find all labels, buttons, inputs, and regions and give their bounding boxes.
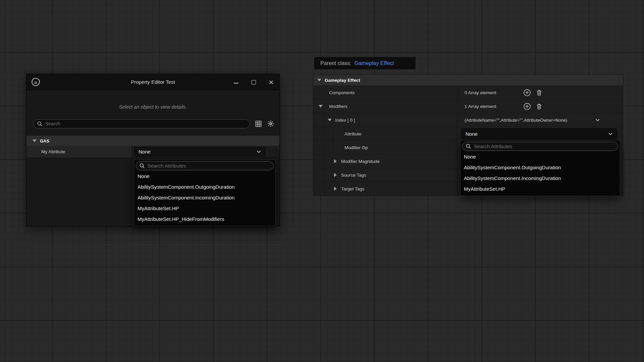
details-toolbar xyxy=(33,119,274,128)
row-label: Source Tags xyxy=(313,168,458,182)
row-label: Modifier Magnitude xyxy=(313,155,458,168)
indent-guide xyxy=(324,113,324,127)
category-header-gameplay-effect[interactable]: Gameplay Effect xyxy=(313,75,623,85)
chevron-down-icon xyxy=(608,132,613,135)
row-attribute[interactable]: Attribute None xyxy=(313,127,623,140)
my-attribute-combobox[interactable]: None xyxy=(134,147,265,157)
dropdown-item[interactable]: AbilitySystemComponent.OutgoingDuration xyxy=(134,182,275,192)
indent-guide xyxy=(324,168,324,182)
property-value-cell: None xyxy=(132,146,279,158)
row-label: Modifier Op xyxy=(313,141,458,154)
row-label: Modifiers xyxy=(313,100,458,113)
indent-guide xyxy=(324,182,324,195)
maximize-icon xyxy=(252,80,256,84)
row-value: 0 Array element xyxy=(458,86,623,99)
dropdown-item[interactable]: None xyxy=(134,171,275,182)
row-value: None xyxy=(458,127,623,140)
indent-guide xyxy=(333,155,333,168)
expander-down-icon[interactable] xyxy=(317,79,321,81)
expander-right-icon[interactable] xyxy=(334,173,337,177)
attribute-picker-dropdown: NoneAbilitySystemComponent.OutgoingDurat… xyxy=(460,140,620,196)
dropdown-item[interactable]: AbilitySystemComponent.IncomingDuration xyxy=(461,173,620,184)
clear-array-button[interactable] xyxy=(536,89,543,96)
search-icon xyxy=(37,121,43,127)
row-label: Index [ 0 ] xyxy=(313,113,458,127)
add-array-element-button[interactable] xyxy=(523,89,531,97)
attribute-picker-dropdown: NoneAbilitySystemComponent.OutgoingDurat… xyxy=(134,160,276,226)
array-count-text: 0 Array element xyxy=(458,90,523,95)
minimize-icon xyxy=(234,83,238,83)
row-value: 1 Array element xyxy=(458,100,623,113)
row-components[interactable]: Components 0 Array element xyxy=(313,85,623,99)
dropdown-item[interactable]: AbilitySystemComponent.IncomingDuration xyxy=(134,192,275,203)
minimize-button[interactable] xyxy=(233,79,239,85)
property-label: My Attribute xyxy=(26,146,132,158)
dropdown-item[interactable]: MyAttributeSet.HP xyxy=(461,184,620,194)
clear-array-button[interactable] xyxy=(536,103,543,110)
row-label: Attribute xyxy=(313,127,458,140)
dropdown-item[interactable]: AbilitySystemComponent.OutgoingDuration xyxy=(461,162,620,173)
dropdown-item[interactable]: MyAttributeSet.HP_HideFromModifiers xyxy=(134,214,275,225)
details-search-input[interactable] xyxy=(45,121,246,126)
details-search-box[interactable] xyxy=(33,119,250,128)
row-index-0[interactable]: Index [ 0 ] (AttributeName="",Attribute=… xyxy=(313,113,623,127)
add-array-element-button[interactable] xyxy=(523,103,531,110)
array-count-text: 1 Array element xyxy=(458,104,523,109)
search-icon xyxy=(466,143,471,149)
struct-preview-text: (AttributeName="",Attribute="",Attribute… xyxy=(458,118,567,123)
attribute-combobox[interactable]: None xyxy=(461,128,617,139)
attribute-options-list: NoneAbilitySystemComponent.OutgoingDurat… xyxy=(134,171,275,225)
window-controls xyxy=(233,74,274,90)
category-label: GAS xyxy=(40,138,49,143)
plus-circle-icon xyxy=(523,103,531,110)
row-label: Target Tags xyxy=(313,182,458,195)
blueprint-grid-background: u Property Editor Test Select an object … xyxy=(0,0,644,362)
indent-guide xyxy=(324,155,324,168)
gear-icon xyxy=(267,120,274,127)
indent-guide xyxy=(333,141,333,154)
attribute-search-input[interactable] xyxy=(148,163,270,169)
maximize-button[interactable] xyxy=(251,79,257,85)
expander-down-icon[interactable] xyxy=(319,105,323,108)
category-header-gas[interactable]: GAS xyxy=(26,136,279,146)
close-button[interactable] xyxy=(268,79,274,85)
close-icon xyxy=(269,80,274,85)
indent-guide xyxy=(333,127,333,140)
attribute-search-box[interactable] xyxy=(462,142,618,151)
indent-guide xyxy=(324,127,324,140)
dropdown-item[interactable]: MyAttributeSet.HP xyxy=(134,203,275,214)
search-icon xyxy=(139,163,145,169)
parent-class-label: Parent class: xyxy=(320,60,351,66)
display-filter-button[interactable] xyxy=(255,120,262,127)
property-editor-test-window: u Property Editor Test Select an object … xyxy=(26,74,280,226)
indent-guide xyxy=(324,141,324,154)
settings-button[interactable] xyxy=(267,120,274,127)
chevron-down-icon xyxy=(257,150,261,153)
indent-guide xyxy=(333,182,333,195)
dropdown-item[interactable]: None xyxy=(461,152,620,162)
trash-icon xyxy=(536,89,543,96)
struct-combo-button[interactable] xyxy=(595,118,600,123)
expander-down-icon[interactable] xyxy=(33,139,37,142)
combo-selected-value: None xyxy=(466,131,478,137)
combo-selected-value: None xyxy=(139,149,151,155)
parent-class-bar: Parent class: Gameplay Effect xyxy=(314,57,416,69)
attribute-options-list: NoneAbilitySystemComponent.OutgoingDurat… xyxy=(461,152,620,194)
row-value: (AttributeName="",Attribute="",Attribute… xyxy=(458,113,623,127)
expander-right-icon[interactable] xyxy=(334,187,337,191)
my-attribute-row[interactable]: My Attribute None xyxy=(26,146,279,158)
table-grid-icon xyxy=(255,120,262,127)
row-label: Components xyxy=(313,86,458,99)
chevron-down-icon xyxy=(595,119,600,122)
row-modifiers[interactable]: Modifiers 1 Array element xyxy=(313,99,623,113)
indent-guide xyxy=(333,168,333,182)
window-titlebar[interactable]: u Property Editor Test xyxy=(26,74,279,90)
attribute-search-input[interactable] xyxy=(474,143,615,149)
attribute-search-box[interactable] xyxy=(136,161,274,170)
trash-icon xyxy=(536,103,543,110)
expander-right-icon[interactable] xyxy=(334,159,337,163)
expander-down-icon[interactable] xyxy=(328,119,332,121)
plus-circle-icon xyxy=(523,89,531,97)
parent-class-link[interactable]: Gameplay Effect xyxy=(354,60,394,66)
category-label: Gameplay Effect xyxy=(325,78,360,83)
